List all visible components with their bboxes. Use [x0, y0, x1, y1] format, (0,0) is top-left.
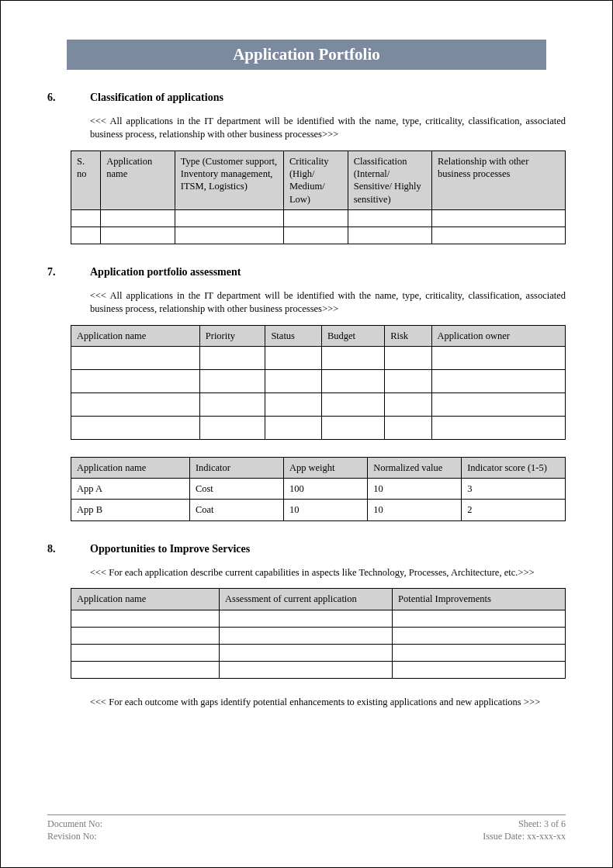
table-row — [71, 227, 566, 244]
table-header: Classification (Internal/ Sensitive/ Hig… — [348, 150, 431, 209]
section-7: 7. Application portfolio assessment <<< … — [47, 266, 566, 521]
table-header: Application name — [101, 150, 175, 209]
section-note: <<< For each outcome with gaps identify … — [90, 696, 566, 709]
table-row — [71, 627, 566, 644]
section-number: 7. — [47, 266, 90, 278]
footer-divider — [47, 814, 566, 815]
section-description: <<< All applications in the IT departmen… — [90, 115, 566, 141]
table-cell: App A — [71, 479, 190, 500]
table-cell: Coat — [189, 500, 283, 520]
section-title: Classification of applications — [90, 92, 223, 104]
table-header: Application owner — [431, 325, 565, 346]
section-number: 6. — [47, 92, 90, 104]
table-row — [71, 209, 566, 227]
table-header: Risk — [385, 325, 431, 346]
table-header: Indicator — [189, 457, 283, 478]
table-row — [71, 346, 566, 369]
table-header: Relationship with other business process… — [431, 150, 565, 209]
section-6: 6. Classification of applications <<< Al… — [47, 92, 566, 244]
classification-table: S. no Application name Type (Customer su… — [71, 150, 566, 244]
table-cell: 10 — [283, 500, 367, 520]
table-cell: 2 — [462, 500, 566, 520]
table-header: Status — [265, 325, 321, 346]
table-header: Budget — [321, 325, 384, 346]
page-title: Application Portfolio — [67, 40, 546, 70]
table-header: S. no — [71, 150, 101, 209]
table-header: Application name — [71, 325, 200, 346]
section-description: <<< For each application describe curren… — [90, 566, 566, 579]
table-header: Indicator score (1-5) — [462, 457, 566, 478]
table-cell: 3 — [462, 479, 566, 500]
table-cell: 10 — [368, 500, 462, 520]
table-header: Criticality (High/ Medium/ Low) — [283, 150, 348, 209]
section-8: 8. Opportunities to Improve Services <<<… — [47, 543, 566, 709]
table-header: Assessment of current application — [220, 589, 393, 610]
section-number: 8. — [47, 543, 90, 555]
section-description: <<< All applications in the IT departmen… — [90, 289, 566, 316]
sheet-number: Sheet: 3 of 6 — [518, 818, 566, 830]
opportunities-table: Application name Assessment of current a… — [71, 588, 566, 678]
table-cell: 100 — [283, 479, 367, 500]
table-header: Normalized value — [368, 457, 462, 478]
table-header: App weight — [283, 457, 367, 478]
indicator-table: Application name Indicator App weight No… — [71, 457, 566, 521]
table-row — [71, 416, 566, 439]
table-header: Potential Improvements — [393, 589, 566, 610]
document-no: Document No: — [47, 818, 102, 830]
page-footer: Document No: Sheet: 3 of 6 Revision No: … — [47, 814, 566, 842]
section-title: Application portfolio assessment — [90, 266, 241, 278]
table-row — [71, 610, 566, 627]
issue-date: Issue Date: xx-xxx-xx — [483, 830, 566, 842]
revision-no: Revision No: — [47, 830, 97, 842]
table-row — [71, 393, 566, 416]
table-row: App A Cost 100 10 3 — [71, 479, 566, 500]
table-header: Application name — [71, 589, 220, 610]
table-row — [71, 369, 566, 393]
table-header: Priority — [199, 325, 265, 346]
table-cell: 10 — [368, 479, 462, 500]
assessment-table: Application name Priority Status Budget … — [71, 325, 566, 440]
table-row — [71, 661, 566, 678]
table-row: App B Coat 10 10 2 — [71, 500, 566, 520]
section-title: Opportunities to Improve Services — [90, 543, 250, 555]
table-row — [71, 644, 566, 661]
table-header: Application name — [71, 457, 190, 478]
table-cell: App B — [71, 500, 190, 520]
table-header: Type (Customer support, Inventory manage… — [175, 150, 283, 209]
table-cell: Cost — [189, 479, 283, 500]
